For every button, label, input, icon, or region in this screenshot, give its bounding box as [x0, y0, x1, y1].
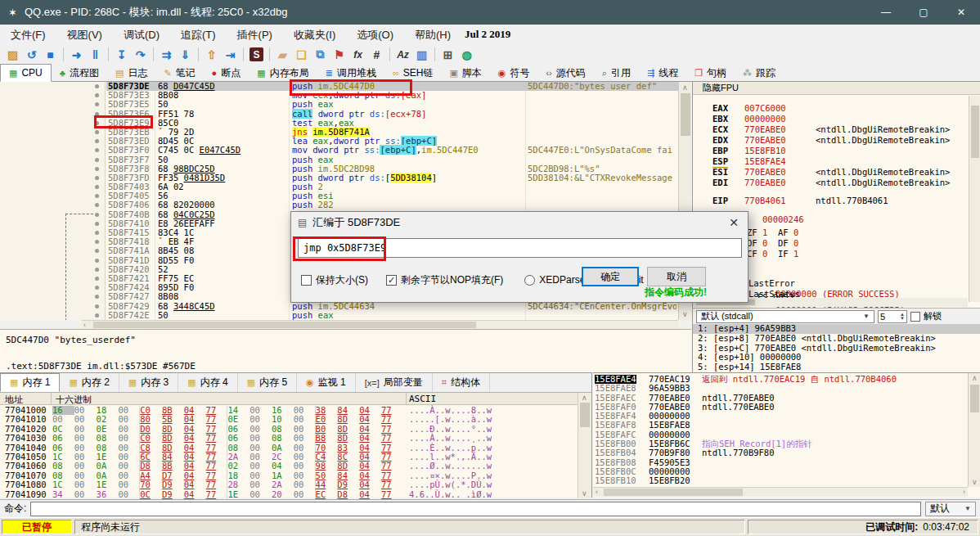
stack-row[interactable]: 15E8FB04 770B9F80 ntdll.770B9F80 — [593, 448, 968, 457]
spinner-arrows-icon[interactable]: ▲▼ — [900, 313, 905, 321]
scroll-down-icon[interactable]: ∨ — [972, 478, 978, 486]
tab-dump-3[interactable]: ▦ 内存 3 — [119, 373, 178, 392]
keep-size-checkbox[interactable] — [301, 275, 312, 286]
scrollbar-thumb[interactable] — [580, 403, 590, 427]
breakpoint-dot[interactable] — [95, 222, 99, 226]
restart-icon[interactable]: ↺ — [22, 46, 41, 63]
hide-fpu-button[interactable]: 隐藏FPU — [693, 82, 980, 95]
scrollbar-thumb[interactable] — [970, 385, 979, 412]
ordinal-icon[interactable]: # — [367, 46, 386, 63]
tab-struct[interactable]: ⌗ 结构体 — [433, 373, 490, 392]
bookmark-icon[interactable]: ⚑ — [330, 46, 348, 63]
tab-graph[interactable]: ♣ 流程图 — [52, 64, 107, 82]
breakpoint-dot[interactable] — [95, 313, 99, 318]
breakpoint-dot[interactable] — [95, 286, 99, 290]
tab-breakpoints[interactable]: ● 断点 — [204, 64, 249, 82]
breakpoint-dot[interactable] — [95, 194, 99, 198]
scroll-down-icon[interactable]: ∨ — [582, 489, 587, 498]
label-icon[interactable]: ⧉ — [311, 46, 330, 63]
nop-fill-checkbox[interactable]: ✓ — [386, 275, 397, 286]
breakpoint-dot[interactable] — [95, 304, 99, 309]
tab-script[interactable]: ▣ 脚本 — [441, 64, 489, 82]
tab-watch-1[interactable]: ◉ 监视 1 — [297, 373, 356, 392]
tab-log[interactable]: ▤ 日志 — [107, 64, 155, 82]
ok-button[interactable]: 确定 — [582, 267, 639, 286]
breakpoint-dot[interactable] — [95, 112, 99, 116]
breakpoint-dot[interactable] — [95, 203, 99, 207]
breakpoint-dot[interactable] — [95, 139, 99, 143]
breakpoint-dot[interactable] — [95, 240, 99, 244]
disassembly-row[interactable]: 5D8F73E3 8B08 mov ecx,dword ptr ds:[eax] — [0, 91, 678, 100]
disassembly-row[interactable]: 5D8F7429 68 3448C45D push im.5DC44634 5D… — [0, 302, 678, 311]
dump-row[interactable]: 77041030 06000800C08D047706000800B88D047… — [0, 434, 578, 443]
register-row-eip[interactable]: EIP 770B4061 ntdll.770B4061 — [693, 196, 980, 206]
tab-references[interactable]: ⌕ 引用 — [594, 64, 639, 82]
assemble-instruction-input[interactable]: jmp 0x5D8F73E9 — [298, 238, 742, 258]
menu-help[interactable]: 帮助(H) — [404, 25, 461, 45]
stack-hscrollbar[interactable]: ‹ › — [593, 487, 968, 497]
breakpoint-dot[interactable] — [95, 121, 99, 125]
globe-icon[interactable]: ◍ — [457, 46, 476, 63]
calling-convention-select[interactable]: 默认 (stdcall) ▼ — [696, 310, 874, 323]
maximize-button[interactable]: ▢ — [905, 0, 942, 25]
breakpoint-dot[interactable] — [95, 130, 99, 134]
register-row[interactable]: EDI 770EABE0 <ntdll.DbgUiRemoteBreakin> — [693, 178, 980, 188]
tab-dump-4[interactable]: ▦ 内存 4 — [178, 373, 237, 392]
menu-debug[interactable]: 调试(D) — [113, 25, 170, 45]
breakpoint-dot[interactable] — [95, 84, 99, 88]
seh-badge-icon[interactable]: S — [249, 47, 263, 61]
breakpoint-dot[interactable] — [95, 93, 99, 97]
toolbar-separator[interactable] — [108, 47, 109, 61]
stack-row[interactable]: 15E8FAE8 96A59BB3 — [593, 384, 968, 393]
xedparse-radio[interactable] — [524, 275, 535, 286]
breakpoint-dot[interactable] — [95, 213, 99, 217]
menu-favourites[interactable]: 收藏夹(I) — [283, 25, 346, 45]
tab-trace[interactable]: ⁂ 跟踪 — [735, 64, 784, 82]
breakpoint-dot[interactable] — [95, 268, 99, 272]
dump-row[interactable]: 77041090 340036000CD904771E002000ECD8047… — [0, 490, 578, 499]
tab-dump-5[interactable]: ▦ 内存 5 — [238, 373, 297, 392]
dialog-close-icon[interactable]: ✕ — [729, 216, 739, 229]
tab-dump-1[interactable]: ▦ 内存 1 — [0, 373, 60, 392]
run-until-user-icon[interactable]: ⇥ — [221, 46, 240, 63]
menu-plugins[interactable]: 插件(P) — [227, 25, 283, 45]
scroll-up-icon[interactable]: ∧ — [972, 374, 978, 382]
argument-depth-stepper[interactable]: 5 ▲▼ — [878, 310, 907, 323]
scroll-up-icon[interactable]: ∧ — [582, 394, 587, 402]
argument-row[interactable]: 2: [esp+8] 770EABE0 <ntdll.DbgUiRemoteBr… — [693, 334, 980, 344]
disassembly-row[interactable]: 5D8F73F0 C745 0C E047C45D mov dword ptr … — [0, 146, 678, 155]
minimize-button[interactable]: — — [867, 0, 905, 25]
breakpoint-dot[interactable] — [95, 295, 99, 299]
stop-icon[interactable]: ■ — [41, 46, 60, 63]
command-script-select[interactable]: 默认 ▼ — [925, 502, 976, 516]
breakpoint-dot[interactable] — [95, 148, 99, 152]
tab-notes[interactable]: ✎ 笔记 — [155, 64, 203, 82]
comment-icon[interactable]: ❏ — [292, 46, 311, 63]
register-row[interactable]: EBP 15E8FB10 — [693, 146, 980, 156]
toolbar-separator[interactable] — [243, 47, 244, 61]
toolbar-separator[interactable] — [389, 47, 390, 61]
disassembly-row[interactable]: 5D8F742E 50 push eax — [0, 311, 678, 320]
calculator-icon[interactable]: ⊞ — [438, 46, 457, 63]
run-icon[interactable]: ➜ — [67, 46, 86, 63]
toolbar-separator[interactable] — [434, 47, 435, 61]
menu-trace[interactable]: 追踪(T) — [170, 25, 227, 45]
toolbar-separator[interactable] — [198, 47, 199, 61]
breakpoint-dot[interactable] — [95, 185, 99, 189]
dump-row[interactable]: 77041080 1C001E0070D9047728002A0044D9047… — [0, 480, 578, 489]
breakpoint-dot[interactable] — [95, 259, 99, 263]
register-row[interactable]: ESI 770EABE0 <ntdll.DbgUiRemoteBreakin> — [693, 167, 980, 178]
menu-file[interactable]: 文件(F) — [0, 25, 56, 45]
unlock-checkbox[interactable] — [910, 312, 920, 322]
step-over-icon[interactable]: ↷ — [131, 46, 150, 63]
close-button[interactable]: ✕ — [942, 0, 980, 25]
disassembly-row[interactable]: 5D8F7403 6A 02 push 2 — [0, 182, 678, 191]
register-row[interactable]: ESP 15E8FAE4 — [693, 156, 980, 167]
scrollbar-thumb[interactable] — [93, 322, 476, 328]
tab-call-stack[interactable]: ≣ 调用堆栈 — [317, 64, 384, 82]
open-file-icon[interactable]: ▨ — [3, 46, 22, 63]
cancel-button[interactable]: 取消 — [647, 267, 706, 286]
breakpoint-dot[interactable] — [95, 176, 99, 180]
step-into-icon[interactable]: ↧ — [112, 46, 131, 63]
step-out-icon[interactable]: ⇓ — [176, 46, 195, 63]
